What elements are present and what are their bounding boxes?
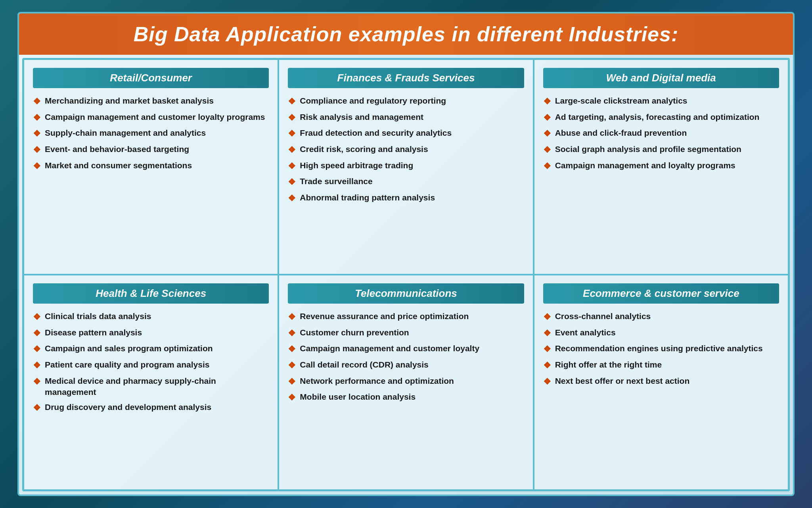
bullet-icon: ❖ [288, 311, 296, 323]
list-item-text: Risk analysis and management [300, 112, 423, 123]
list-item: ❖Drug discovery and development analysis [33, 402, 269, 414]
cell-header-health: Health & Life Sciences [33, 283, 269, 304]
bullet-icon: ❖ [288, 327, 296, 339]
list-item: ❖Campaign management and loyalty program… [543, 160, 779, 172]
bullet-icon: ❖ [33, 360, 41, 371]
list-item-text: Campaign management and loyalty programs [555, 160, 735, 171]
list-item-text: Right offer at the right time [555, 359, 662, 370]
list-item: ❖Risk analysis and management [288, 112, 524, 124]
bullet-icon: ❖ [543, 96, 551, 108]
cell-header-finances: Finances & Frauds Services [288, 68, 524, 88]
bullet-icon: ❖ [543, 160, 551, 172]
list-item-text: Customer churn prevention [300, 327, 409, 338]
list-item: ❖Supply-chain management and analytics [33, 127, 269, 140]
cell-list-telecom: ❖Revenue assurance and price optimizatio… [288, 311, 524, 481]
list-item: ❖Patient care quality and program analys… [33, 359, 269, 371]
list-item-text: Revenue assurance and price optimization [300, 311, 469, 322]
list-item: ❖Abnormal trading pattern analysis [288, 192, 524, 204]
list-item-text: Call detail record (CDR) analysis [300, 359, 428, 370]
list-item: ❖Trade surveillance [288, 176, 524, 188]
list-item: ❖High speed arbitrage trading [288, 160, 524, 172]
bullet-icon: ❖ [288, 343, 296, 355]
list-item: ❖Medical device and pharmacy supply-chai… [33, 375, 269, 398]
cell-health: Health & Life Sciences❖Clinical trials d… [23, 275, 278, 490]
list-item-text: Campaign management and customer loyalty… [45, 112, 265, 123]
bullet-icon: ❖ [543, 360, 551, 371]
industry-grid: Retail/Consumer❖Merchandizing and market… [22, 58, 790, 491]
bullet-icon: ❖ [288, 376, 296, 388]
bullet-icon: ❖ [288, 160, 296, 172]
page-title: Big Data Application examples in differe… [134, 23, 678, 46]
list-item: ❖Campaign and sales program optimization [33, 343, 269, 355]
list-item-text: Patient care quality and program analysi… [45, 359, 209, 370]
cell-web: Web and Digital media❖Large-scale clicks… [534, 59, 789, 275]
list-item-text: Campaign and sales program optimization [45, 343, 213, 354]
list-item: ❖Clinical trials data analysis [33, 311, 269, 323]
list-item: ❖Social graph analysis and profile segme… [543, 144, 779, 156]
list-item: ❖Call detail record (CDR) analysis [288, 359, 524, 371]
bullet-icon: ❖ [288, 360, 296, 371]
list-item: ❖Disease pattern analysis [33, 327, 269, 339]
list-item-text: Trade surveillance [300, 176, 372, 187]
cell-list-web: ❖Large-scale clickstream analytics❖Ad ta… [543, 95, 779, 266]
cell-list-health: ❖Clinical trials data analysis❖Disease p… [33, 311, 269, 481]
bullet-icon: ❖ [543, 311, 551, 323]
cell-header-web: Web and Digital media [543, 68, 779, 88]
list-item-text: Event analytics [555, 327, 616, 338]
list-item-text: Campaign management and customer loyalty [300, 343, 479, 354]
list-item-text: Credit risk, scoring and analysis [300, 144, 428, 155]
list-item-text: Cross-channel analytics [555, 311, 651, 322]
bullet-icon: ❖ [288, 128, 296, 140]
bullet-icon: ❖ [288, 392, 296, 404]
list-item-text: Market and consumer segmentations [45, 160, 192, 171]
cell-list-retail: ❖Merchandizing and market basket analysi… [33, 95, 269, 266]
list-item-text: Drug discovery and development analysis [45, 402, 211, 413]
bullet-icon: ❖ [33, 144, 41, 156]
bullet-icon: ❖ [33, 343, 41, 355]
list-item: ❖Event analytics [543, 327, 779, 339]
list-item: ❖Right offer at the right time [543, 359, 779, 371]
bullet-icon: ❖ [33, 311, 41, 323]
list-item: ❖Campaign management and customer loyalt… [288, 343, 524, 355]
list-item-text: Large-scale clickstream analytics [555, 95, 688, 106]
list-item: ❖Cross-channel analytics [543, 311, 779, 323]
cell-telecom: Telecommunications❖Revenue assurance and… [278, 275, 533, 490]
cell-finances: Finances & Frauds Services❖Compliance an… [278, 59, 533, 275]
list-item: ❖Abuse and click-fraud prevention [543, 127, 779, 140]
list-item-text: Mobile user location analysis [300, 391, 416, 402]
bullet-icon: ❖ [33, 96, 41, 108]
cell-header-telecom: Telecommunications [288, 283, 524, 304]
bullet-icon: ❖ [543, 128, 551, 140]
cell-header-retail: Retail/Consumer [33, 68, 269, 88]
list-item: ❖Event- and behavior-based targeting [33, 144, 269, 156]
cell-list-ecommerce: ❖Cross-channel analytics❖Event analytics… [543, 311, 779, 481]
bullet-icon: ❖ [33, 402, 41, 414]
main-container: Big Data Application examples in differe… [17, 12, 795, 496]
bullet-icon: ❖ [543, 327, 551, 339]
list-item: ❖Recommendation engines using predictive… [543, 343, 779, 355]
cell-ecommerce: Ecommerce & customer service❖Cross-chann… [534, 275, 789, 490]
list-item-text: Clinical trials data analysis [45, 311, 151, 322]
list-item: ❖Large-scale clickstream analytics [543, 95, 779, 108]
bullet-icon: ❖ [288, 112, 296, 124]
list-item-text: High speed arbitrage trading [300, 160, 413, 171]
list-item: ❖Next best offer or next best action [543, 375, 779, 388]
list-item-text: Abnormal trading pattern analysis [300, 192, 435, 203]
bullet-icon: ❖ [33, 160, 41, 172]
list-item: ❖Fraud detection and security analytics [288, 127, 524, 140]
cell-header-ecommerce: Ecommerce & customer service [543, 283, 779, 304]
list-item-text: Supply-chain management and analytics [45, 127, 206, 139]
list-item: ❖Ad targeting, analysis, forecasting and… [543, 112, 779, 124]
cell-retail: Retail/Consumer❖Merchandizing and market… [23, 59, 278, 275]
bullet-icon: ❖ [543, 376, 551, 388]
list-item-text: Event- and behavior-based targeting [45, 144, 189, 155]
list-item: ❖Customer churn prevention [288, 327, 524, 339]
bullet-icon: ❖ [288, 144, 296, 156]
list-item-text: Fraud detection and security analytics [300, 127, 452, 139]
bullet-icon: ❖ [288, 96, 296, 108]
list-item-text: Ad targeting, analysis, forecasting and … [555, 112, 760, 123]
list-item: ❖Market and consumer segmentations [33, 160, 269, 172]
list-item: ❖Network performance and optimization [288, 375, 524, 388]
list-item-text: Medical device and pharmacy supply-chain… [45, 375, 269, 398]
bullet-icon: ❖ [33, 112, 41, 124]
